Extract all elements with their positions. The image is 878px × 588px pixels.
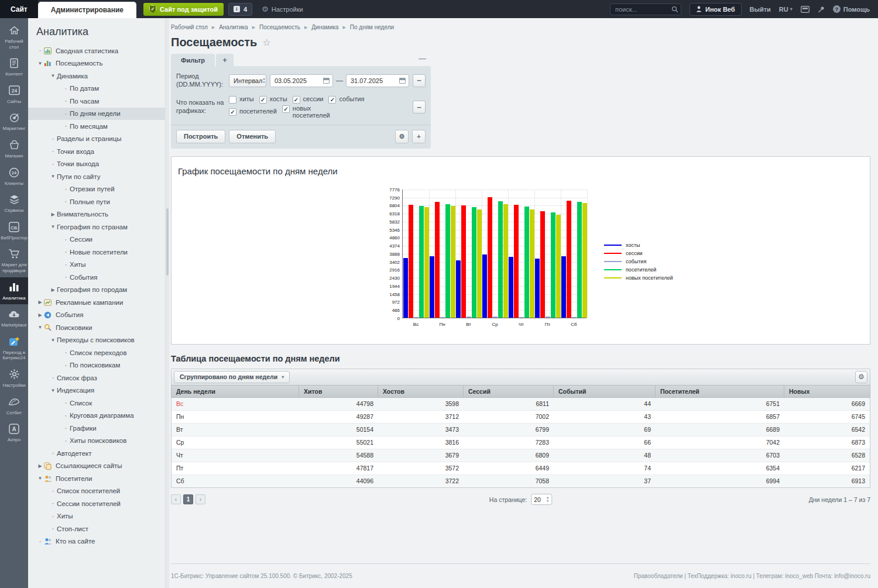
sidebar-item-по-поисковикам[interactable]: ▪По поисковикам [28,359,165,372]
chevron-collapsed-icon[interactable]: ▶ [49,287,57,293]
sidebar-item-поисковики[interactable]: ▼Поисковики [28,321,165,334]
table-settings-button[interactable]: ⚙ [855,371,867,383]
sidebar-item-стоп-лист[interactable]: ▪Стоп-лист [28,522,165,535]
chevron-expanded-icon[interactable]: ▼ [49,338,57,343]
breadcrumb-item[interactable]: Посещаемость [259,24,300,30]
remove-show-field-button[interactable]: − [413,101,426,114]
sidebar-item-графики[interactable]: ▪Графики [28,422,165,435]
chevron-collapsed-icon[interactable]: ▶ [49,212,57,217]
chevron-collapsed-icon[interactable]: ▶ [36,300,44,305]
rail-item-webspace[interactable]: СБВебПростор [0,217,28,245]
add-filter-tab-button[interactable]: + [216,54,234,66]
group-by-button[interactable]: Сгруппировано по дням недели ▾ [174,371,290,383]
sidebar-item-по-месяцам[interactable]: ▪По месяцам [28,120,165,133]
sidebar-item-посещаемость[interactable]: ▼Посещаемость [28,57,165,70]
topbar-settings-button[interactable]: ⚙ Настройки [262,5,303,13]
prev-page-button[interactable]: ‹ [171,494,181,504]
sidebar-item-события[interactable]: ▶События [28,309,165,322]
sidebar-item-точки-выхода[interactable]: ▪Точки выхода [28,158,165,171]
notifications-button[interactable]: i 4 [228,3,252,16]
sidebar-item-по-часам[interactable]: ▪По часам [28,95,165,108]
sidebar-item-новые-посетители[interactable]: ▪Новые посетители [28,246,165,259]
column-header-хитов[interactable]: Хитов [299,386,378,397]
sidebar-item-список[interactable]: ▪Список [28,397,165,410]
sidebar-item-сессии[interactable]: ▪Сессии [28,233,165,246]
remove-period-field-button[interactable]: − [413,74,426,87]
column-header-событий[interactable]: Событий [554,386,656,397]
chevron-expanded-icon[interactable]: ▼ [36,61,44,66]
sidebar-item-хиты[interactable]: ▪Хиты [28,259,165,271]
sidebar-item-внимательность[interactable]: ▶Внимательность [28,208,165,221]
sidebar-item-хиты-поисковиков[interactable]: ▪Хиты поисковиков [28,435,165,448]
chevron-collapsed-icon[interactable]: ▶ [36,312,44,318]
sidebar-item-по-дням-недели[interactable]: ▪По дням недели [28,108,165,121]
sidebar-item-список-фраз[interactable]: ▪Список фраз [28,372,165,384]
column-header-посетителей[interactable]: Посетителей [656,386,784,397]
current-page-button[interactable]: 1 [183,494,193,504]
rail-item-aspro[interactable]: AАспро [0,419,28,446]
favorite-star-icon[interactable]: ☆ [262,38,270,47]
filter-collapse-button[interactable]: — [419,54,426,63]
chevron-collapsed-icon[interactable]: ▶ [36,463,44,469]
calendar-icon[interactable] [399,78,406,84]
help-button[interactable]: ? Помощь [833,5,870,13]
sidebar-item-сессии-посетителей[interactable]: ▪Сессии посетителей [28,497,165,510]
sidebar-item-посетители[interactable]: ▼Посетители [28,472,165,485]
chevron-expanded-icon[interactable]: ▼ [36,325,44,330]
rail-item-document[interactable]: Контент [0,53,28,81]
filter-tab[interactable]: Фильтр [171,54,215,66]
search-input[interactable] [610,4,681,15]
rail-item-analytics[interactable]: Аналитика [0,277,28,305]
build-button[interactable]: Построить [176,130,225,143]
rail-item-home[interactable]: Рабочий стол [0,20,28,53]
chevron-expanded-icon[interactable]: ▼ [49,73,57,78]
footer-links[interactable]: Правообладатели | ТехПоддержка: inoco.ru… [634,573,870,579]
sidebar-item-список-переходов[interactable]: ▪Список переходов [28,346,165,359]
per-page-select[interactable]: 20 ▲▼ [531,494,552,505]
rail-item-b24[interactable]: Переход в Битрикс24 [0,332,28,365]
pin-icon[interactable] [818,6,825,13]
tab-administration[interactable]: Администрирование [38,2,136,18]
rail-item-basket[interactable]: Магазин [0,135,28,163]
cancel-button[interactable]: Отменить [229,130,276,143]
sidebar-item-по-датам[interactable]: ▪По датам [28,82,165,95]
breadcrumb-item[interactable]: Динамика [311,24,338,30]
column-header-день недели[interactable]: День недели [172,386,299,397]
sidebar-item-автодетект[interactable]: ▪Автодетект [28,447,165,460]
sidebar-item-пути-по-сайту[interactable]: ▼Пути по сайту [28,170,165,183]
language-switcher[interactable]: RU ▾ [779,6,793,13]
breadcrumb-item[interactable]: Аналитика [219,24,248,30]
checkbox-хиты[interactable]: хиты [229,95,254,104]
checkbox-unchecked-icon[interactable] [229,96,236,104]
sidebar-item-список-посетителей[interactable]: ▪Список посетителей [28,485,165,498]
desktop-panel-icon[interactable] [801,6,810,13]
tab-site[interactable]: Сайт [0,0,38,18]
filter-add-field-button[interactable]: + [412,130,426,143]
user-button[interactable]: Инок Веб [690,3,742,16]
sidebar-item-точки-входа[interactable]: ▪Точки входа [28,145,165,158]
checkbox-события[interactable]: ✓события [328,95,364,104]
sidebar-item-география-по-странам[interactable]: ▼География по странам [28,221,165,233]
breadcrumb-item[interactable]: По дням недели [350,24,394,30]
rail-item-target[interactable]: Маркетинг [0,108,28,135]
column-header-сессий[interactable]: Сессий [464,386,554,397]
chevron-expanded-icon[interactable]: ▼ [49,224,57,229]
column-header-новых[interactable]: Новых [784,386,870,397]
sidebar-item-круговая-диаграмма[interactable]: ▪Круговая диаграмма [28,410,165,422]
sidebar-item-разделы-и-страницы[interactable]: ▪Разделы и страницы [28,133,165,146]
filter-settings-button[interactable]: ⚙ [395,130,409,143]
sidebar-item-динамика[interactable]: ▼Динамика [28,70,165,82]
checkbox-checked-icon[interactable]: ✓ [282,105,290,113]
rail-item-cart[interactable]: Маркет для продавцов [0,244,28,277]
chevron-expanded-icon[interactable]: ▼ [36,476,44,481]
sidebar-item-индексация[interactable]: ▼Индексация [28,384,165,397]
checkbox-сессии[interactable]: ✓сессии [293,95,324,104]
rail-item-cloud[interactable]: Marketplace [0,304,28,332]
logout-link[interactable]: Выйти [750,6,771,13]
chevron-expanded-icon[interactable]: ▼ [49,388,57,393]
sidebar-item-ссылающиеся-сайты[interactable]: ▶Ссылающиеся сайты [28,460,165,473]
sidebar-item-сводная-статистика[interactable]: ▪Сводная статистика [28,44,165,57]
sidebar-item-полные-пути[interactable]: ▪Полные пути [28,195,165,208]
site-protected-button[interactable]: ✓ Сайт под защитой [143,3,224,16]
sidebar-item-отрезки-путей[interactable]: ▪Отрезки путей [28,183,165,196]
